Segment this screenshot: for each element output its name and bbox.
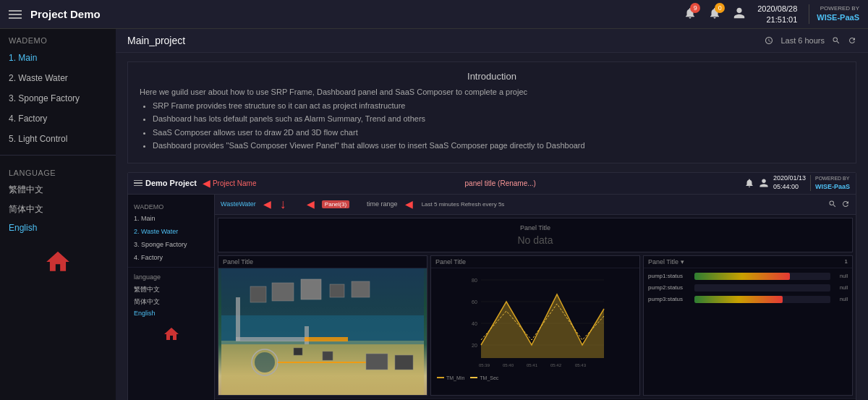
svg-text:05:42: 05:42 (550, 363, 562, 367)
alert-bell[interactable]: 0 (708, 7, 721, 22)
intro-bullet-4: Dashboard provides "SaaS Composer Viewer… (153, 140, 844, 151)
demo-nav-arrow-icon: ◀ (263, 198, 271, 210)
sidebar-item-factory[interactable]: 4. Factory (0, 108, 116, 129)
home-button[interactable] (0, 237, 116, 287)
demo-sidebar-sponge[interactable]: 3. Sponge Factory (128, 238, 214, 251)
legend-tm-min-label: TM_Min (446, 375, 464, 380)
chart-area: 80 60 40 20 (431, 268, 639, 383)
app-title: Project Demo (30, 8, 101, 20)
demo-hamburger-area: Demo Project (134, 179, 197, 187)
time-arrow-icon: ◀ (405, 198, 413, 210)
user-menu[interactable] (733, 7, 746, 22)
bell-badge: 9 (690, 3, 700, 13)
time-filter[interactable]: Last 6 hours (780, 36, 825, 45)
time-range-value: Last 5 minutes Refresh every 5s (422, 201, 505, 208)
content-header-right: Last 6 hours (765, 36, 856, 45)
sidebar-item-light-control[interactable]: 5. Light Control (0, 129, 116, 149)
pump3-value: null (833, 297, 848, 302)
svg-rect-11 (352, 281, 370, 297)
demo-sidebar-divider (128, 267, 214, 268)
pump2-value: null (833, 285, 848, 290)
topbar-left: Project Demo (9, 8, 101, 20)
language-section-label: language (0, 161, 116, 180)
sidebar-item-sponge-factory[interactable]: 3. Sponge Factory (0, 88, 116, 108)
legend-tm-min-color (437, 377, 444, 378)
sidebar-lang-english[interactable]: English (0, 219, 116, 237)
table-panel: Panel Title ▾ 1 pump1:status (643, 255, 853, 396)
intro-bullet-3: SaaS Composer allows user to draw 2D and… (153, 127, 844, 138)
demo-sidebar-waste-water[interactable]: 2. Waste Water (128, 225, 214, 238)
demo-bell-icon (744, 178, 754, 188)
content-title: Main_project (127, 35, 185, 46)
notification-bell[interactable]: 9 (684, 7, 697, 22)
demo-sidebar-factory[interactable]: 4. Factory (128, 251, 214, 264)
demo-hamburger[interactable] (134, 180, 142, 187)
table-area: pump1:status null pump (644, 268, 852, 312)
demo-lang-english[interactable]: English (128, 308, 214, 318)
demo-panel: Demo Project ◀ Project Name panel title … (127, 172, 856, 400)
svg-text:05:43: 05:43 (575, 363, 587, 367)
demo-content-icons (828, 200, 850, 208)
user-icon (733, 7, 746, 20)
no-data-panel-title: Panel Title (224, 224, 846, 231)
table-value-header: 1 (845, 258, 848, 265)
bottom-panels: Panel Title (218, 255, 853, 396)
demo-home-button[interactable] (128, 318, 214, 350)
demo-home-icon (163, 325, 180, 343)
content-area: Main_project Last 6 hours Introduction H… (116, 29, 868, 400)
line-chart-svg: 80 60 40 20 (434, 271, 637, 373)
svg-rect-7 (250, 286, 266, 302)
no-data-text: No data (224, 234, 846, 246)
svg-marker-27 (481, 294, 604, 358)
refresh-icon[interactable] (848, 36, 856, 45)
svg-rect-1 (221, 341, 424, 395)
demo-topbar: Demo Project ◀ Project Name panel title … (128, 173, 856, 195)
panels-container: Panel Title No data Panel Title (215, 215, 856, 399)
svg-text:05:39: 05:39 (479, 363, 490, 367)
topbar: Project Demo 9 0 2020/08/28 21:51:01 POW… (0, 0, 868, 29)
hamburger-menu[interactable] (9, 10, 22, 19)
time-range-label: time range (367, 200, 398, 208)
intro-list: SRP Frame provides tree structure so it … (140, 101, 844, 152)
sidebar-item-main[interactable]: 1. Main (0, 48, 116, 68)
svg-text:05:41: 05:41 (527, 363, 538, 367)
demo-refresh-icon[interactable] (841, 200, 850, 208)
demo-panel-title: Demo Project (145, 179, 197, 187)
demo-sidebar-main[interactable]: 1. Main (128, 212, 214, 225)
sidebar-lang-trad-chinese[interactable]: 繁體中文 (0, 180, 116, 200)
flow-diagram (218, 268, 427, 395)
demo-breadcrumb: panel title (Rename...) (263, 179, 739, 187)
pump3-bar (694, 296, 783, 303)
intro-bullet-1: SRP Frame provides tree structure so it … (153, 101, 844, 111)
demo-sidebar-lang-label: language (128, 271, 214, 284)
demo-project-nav: ◀ Project Name (203, 177, 257, 189)
intro-bullet-2: Dashboard has lots default panels such a… (153, 114, 844, 124)
legend-tm-sec: TM_Sec (470, 375, 498, 380)
svg-rect-3 (236, 297, 240, 341)
sidebar-item-waste-water[interactable]: 2. Waste Water (0, 68, 116, 88)
sidebar: WADEMO 1. Main 2. Waste Water 3. Sponge … (0, 29, 116, 400)
demo-sidebar-section: WADEMO (128, 200, 214, 212)
table-row-2: pump2:status null (648, 284, 848, 292)
content-body: Introduction Here we guild user about ho… (116, 53, 868, 400)
table-row-1: pump1:status null (648, 273, 848, 280)
sidebar-divider (0, 155, 116, 156)
panel-arrow-icon: ◀ (307, 198, 315, 210)
svg-text:80: 80 (472, 278, 477, 283)
intro-title: Introduction (140, 71, 844, 82)
flow-panel: Panel Title (218, 255, 427, 396)
sidebar-lang-simp-chinese[interactable]: 简体中文 (0, 200, 116, 219)
pump1-bar-container (694, 273, 830, 280)
demo-topbar-icons: 2020/01/13 05:44:00 POWERED BY WISE-PaaS (744, 174, 850, 191)
demo-search-icon[interactable] (828, 200, 837, 208)
datetime-display: 2020/08/28 21:51:01 (757, 4, 797, 25)
demo-lang-simp[interactable]: 简体中文 (128, 296, 214, 308)
demo-lang-trad[interactable]: 繁體中文 (128, 284, 214, 296)
svg-rect-4 (236, 337, 308, 341)
chart-panel: Panel Title 80 60 40 20 (430, 255, 640, 396)
legend-tm-sec-color (470, 377, 477, 378)
svg-rect-16 (395, 355, 413, 370)
demo-datetime: 2020/01/13 05:44:00 (773, 174, 806, 191)
search-icon[interactable] (832, 36, 841, 45)
demo-nav-label: WasteWater (221, 200, 256, 208)
